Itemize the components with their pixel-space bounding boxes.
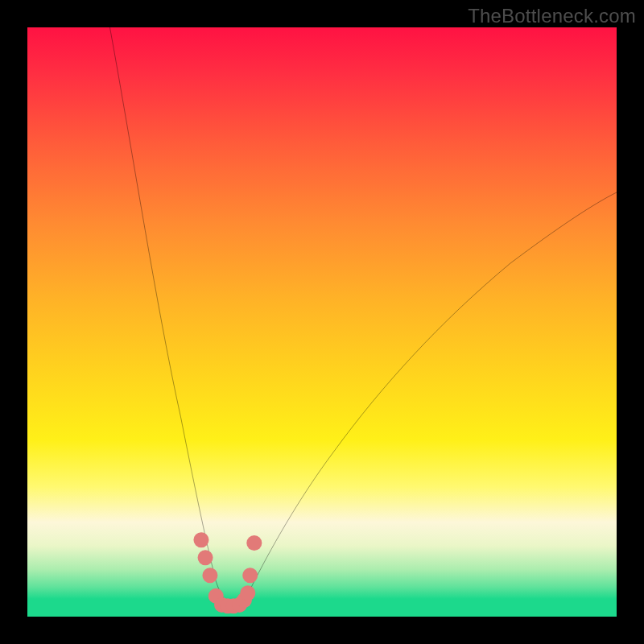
highlight-dots: [193, 532, 262, 613]
bottleneck-curve: [109, 27, 617, 605]
watermark-text: TheBottleneck.com: [468, 5, 636, 27]
svg-point-9: [240, 585, 255, 601]
svg-point-2: [202, 568, 217, 583]
bottleneck-curve-svg: [27, 27, 617, 617]
chart-frame: TheBottleneck.com: [0, 0, 644, 644]
svg-point-11: [246, 535, 262, 551]
svg-point-0: [193, 532, 208, 547]
svg-point-10: [242, 568, 258, 583]
svg-point-1: [198, 550, 213, 565]
plot-area: [27, 27, 617, 617]
